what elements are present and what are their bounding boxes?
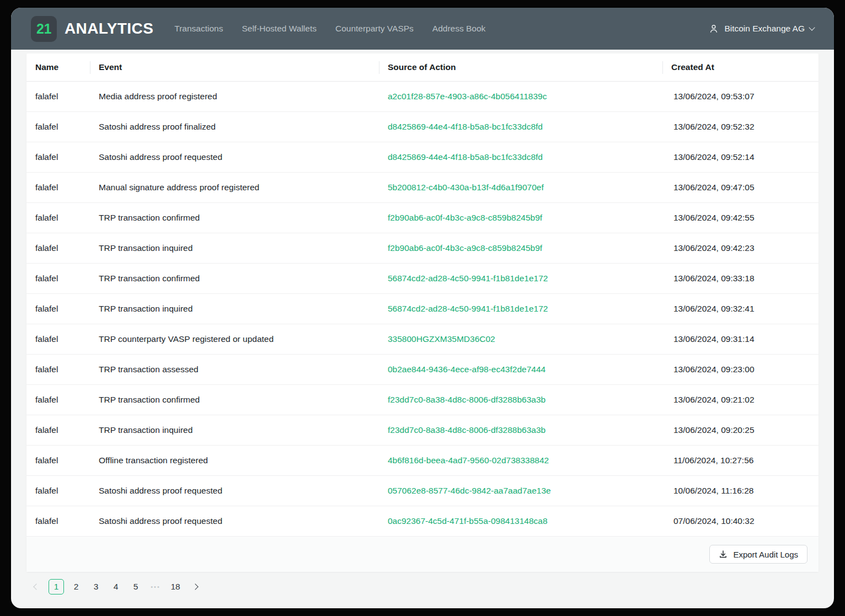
- table-row: falafel Offline transaction registered 4…: [26, 446, 819, 476]
- account-name: Bitcoin Exchange AG: [724, 24, 805, 34]
- cell-created-at: 13/06/2024, 09:31:14: [662, 334, 819, 344]
- top-bar: 21 ANALYTICS Transactions Self-Hosted Wa…: [11, 8, 834, 50]
- next-page-button[interactable]: [188, 579, 203, 594]
- source-of-action-link[interactable]: f23dd7c0-8a38-4d8c-8006-df3288b63a3b: [388, 395, 545, 404]
- page-button[interactable]: 5: [128, 579, 143, 594]
- source-of-action-link[interactable]: f23dd7c0-8a38-4d8c-8006-df3288b63a3b: [388, 425, 545, 435]
- source-of-action-link[interactable]: 335800HGZXM35MD36C02: [388, 334, 495, 344]
- table-row: falafel TRP counterparty VASP registered…: [26, 324, 819, 355]
- cell-created-at: 13/06/2024, 09:42:23: [662, 243, 819, 253]
- table-footer: Export Audit Logs: [26, 537, 819, 572]
- cell-created-at: 13/06/2024, 09:52:32: [662, 122, 819, 132]
- source-of-action-link[interactable]: 56874cd2-ad28-4c50-9941-f1b81de1e172: [388, 274, 548, 283]
- cell-source-of-action: f23dd7c0-8a38-4d8c-8006-df3288b63a3b: [379, 425, 662, 435]
- column-header: Event: [90, 53, 379, 81]
- download-icon: [719, 550, 728, 559]
- cell-name: falafel: [26, 365, 90, 374]
- source-of-action-link[interactable]: d8425869-44e4-4f18-b5a8-bc1fc33dc8fd: [388, 122, 543, 131]
- main-nav: Transactions Self-Hosted Wallets Counter…: [174, 24, 485, 34]
- cell-event: TRP counterparty VASP registered or upda…: [90, 334, 379, 344]
- cell-created-at: 13/06/2024, 09:20:25: [662, 425, 819, 435]
- cell-created-at: 10/06/2024, 11:16:28: [662, 486, 819, 496]
- table-row: falafel Manual signature address proof r…: [26, 173, 819, 203]
- previous-page-button[interactable]: [29, 579, 44, 594]
- page-button[interactable]: •••: [148, 579, 163, 594]
- cell-source-of-action: 0ac92367-4c5d-471f-b55a-098413148ca8: [379, 516, 662, 526]
- cell-created-at: 13/06/2024, 09:21:02: [662, 395, 819, 405]
- pagination: 1 2 3 4 5 ••• 18: [29, 579, 834, 594]
- nav-item[interactable]: Transactions: [174, 24, 223, 34]
- page-button[interactable]: 1: [49, 579, 64, 594]
- cell-created-at: 07/06/2024, 10:40:32: [662, 516, 819, 526]
- cell-name: falafel: [26, 334, 90, 344]
- cell-source-of-action: 56874cd2-ad28-4c50-9941-f1b81de1e172: [379, 274, 662, 283]
- page-button[interactable]: 18: [168, 579, 183, 594]
- cell-created-at: 13/06/2024, 09:53:07: [662, 92, 819, 101]
- cell-name: falafel: [26, 152, 90, 162]
- cell-event: TRP transaction assessed: [90, 365, 379, 374]
- cell-name: falafel: [26, 425, 90, 435]
- table-row: falafel TRP transaction confirmed f23dd7…: [26, 385, 819, 415]
- cell-created-at: 13/06/2024, 09:33:18: [662, 274, 819, 283]
- cell-name: falafel: [26, 92, 90, 101]
- page-button[interactable]: 3: [88, 579, 104, 594]
- cell-name: falafel: [26, 213, 90, 223]
- cell-event: TRP transaction inquired: [90, 425, 379, 435]
- table-row: falafel TRP transaction assessed 0b2ae84…: [26, 355, 819, 385]
- table-row: falafel Media address proof registered a…: [26, 82, 819, 112]
- cell-source-of-action: d8425869-44e4-4f18-b5a8-bc1fc33dc8fd: [379, 152, 662, 162]
- page-button[interactable]: 2: [68, 579, 84, 594]
- cell-event: Satoshi address proof requested: [90, 152, 379, 162]
- nav-item[interactable]: Address Book: [432, 24, 486, 34]
- cell-event: Satoshi address proof requested: [90, 516, 379, 526]
- account-menu[interactable]: Bitcoin Exchange AG: [708, 23, 814, 34]
- audit-log-card: Name Event Source of Action Created At f…: [26, 53, 819, 572]
- source-of-action-link[interactable]: 057062e8-8577-46dc-9842-aa7aad7ae13e: [388, 486, 551, 495]
- cell-source-of-action: 0b2ae844-9436-4ece-af98-ec43f2de7444: [379, 365, 662, 374]
- pagination-pages: 1 2 3 4 5 ••• 18: [49, 579, 183, 594]
- table-row: falafel Satoshi address proof requested …: [26, 476, 819, 506]
- cell-source-of-action: 335800HGZXM35MD36C02: [379, 334, 662, 344]
- source-of-action-link[interactable]: 0b2ae844-9436-4ece-af98-ec43f2de7444: [388, 365, 545, 374]
- cell-event: TRP transaction inquired: [90, 243, 379, 253]
- source-of-action-link[interactable]: f2b90ab6-ac0f-4b3c-a9c8-c859b8245b9f: [388, 213, 542, 222]
- user-icon: [708, 23, 719, 34]
- page-button[interactable]: 4: [108, 579, 124, 594]
- column-header: Source of Action: [379, 53, 662, 81]
- table-row: falafel TRP transaction confirmed 56874c…: [26, 264, 819, 294]
- nav-item[interactable]: Counterparty VASPs: [335, 24, 414, 34]
- cell-source-of-action: 5b200812-c4b0-430a-b13f-4d6a1f9070ef: [379, 183, 662, 192]
- source-of-action-link[interactable]: 4b6f816d-beea-4ad7-9560-02d738338842: [388, 456, 549, 465]
- chevron-right-icon: [192, 583, 198, 590]
- chevron-down-icon: [809, 24, 815, 30]
- cell-source-of-action: f23dd7c0-8a38-4d8c-8006-df3288b63a3b: [379, 395, 662, 405]
- cell-event: TRP transaction confirmed: [90, 213, 379, 223]
- source-of-action-link[interactable]: 5b200812-c4b0-430a-b13f-4d6a1f9070ef: [388, 183, 544, 192]
- column-header: Created At: [662, 53, 819, 81]
- cell-event: Satoshi address proof requested: [90, 486, 379, 496]
- column-header: Name: [26, 53, 90, 81]
- cell-created-at: 13/06/2024, 09:42:55: [662, 213, 819, 223]
- cell-created-at: 13/06/2024, 09:32:41: [662, 304, 819, 314]
- source-of-action-link[interactable]: f2b90ab6-ac0f-4b3c-a9c8-c859b8245b9f: [388, 243, 542, 253]
- cell-event: Offline transaction registered: [90, 456, 379, 465]
- cell-source-of-action: f2b90ab6-ac0f-4b3c-a9c8-c859b8245b9f: [379, 243, 662, 253]
- chevron-left-icon: [33, 583, 39, 590]
- source-of-action-link[interactable]: a2c01f28-857e-4903-a86c-4b056411839c: [388, 92, 547, 101]
- table-row: falafel TRP transaction inquired f2b90ab…: [26, 233, 819, 264]
- cell-name: falafel: [26, 274, 90, 283]
- brand-name: ANALYTICS: [65, 20, 153, 38]
- table-row: falafel Satoshi address proof requested …: [26, 506, 819, 537]
- brand-logo: 21: [31, 16, 57, 42]
- cell-event: Media address proof registered: [90, 92, 379, 101]
- cell-created-at: 11/06/2024, 10:27:56: [662, 456, 819, 465]
- source-of-action-link[interactable]: 0ac92367-4c5d-471f-b55a-098413148ca8: [388, 516, 548, 526]
- source-of-action-link[interactable]: 56874cd2-ad28-4c50-9941-f1b81de1e172: [388, 304, 548, 313]
- cell-source-of-action: a2c01f28-857e-4903-a86c-4b056411839c: [379, 92, 662, 101]
- cell-name: falafel: [26, 122, 90, 132]
- export-audit-logs-button[interactable]: Export Audit Logs: [709, 545, 807, 564]
- nav-item[interactable]: Self-Hosted Wallets: [242, 24, 317, 34]
- cell-name: falafel: [26, 304, 90, 314]
- cell-name: falafel: [26, 183, 90, 192]
- source-of-action-link[interactable]: d8425869-44e4-4f18-b5a8-bc1fc33dc8fd: [388, 152, 543, 162]
